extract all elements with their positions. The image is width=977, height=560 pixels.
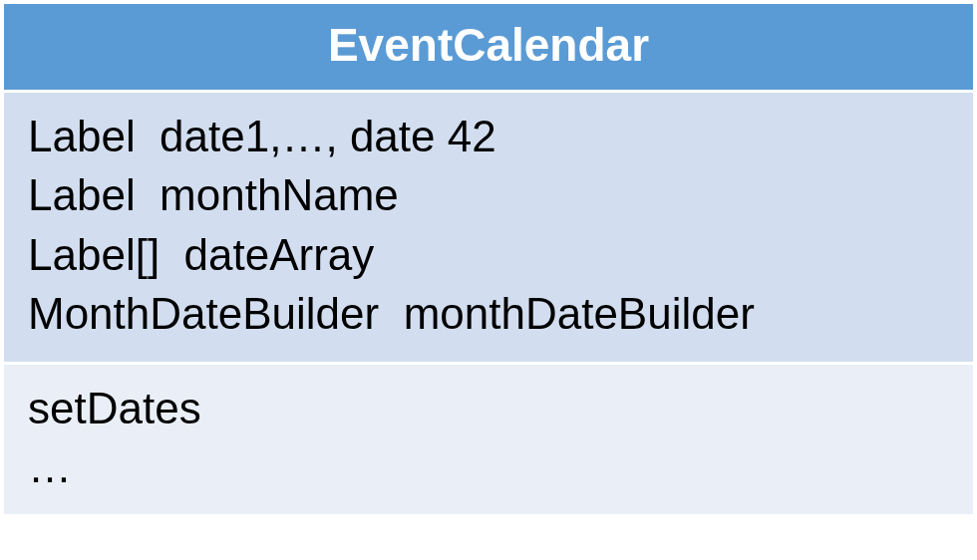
attribute-line: Label monthName <box>28 165 949 224</box>
class-attributes-section: Label date1,…, date 42 Label monthName L… <box>4 93 973 365</box>
method-line: … <box>28 437 949 496</box>
attribute-line: Label date1,…, date 42 <box>28 107 949 165</box>
uml-class-box: EventCalendar Label date1,…, date 42 Lab… <box>2 2 975 516</box>
method-line: setDates <box>28 379 949 437</box>
attribute-line: Label[] dateArray <box>28 225 949 284</box>
class-methods-section: setDates … <box>4 365 973 515</box>
attribute-line: MonthDateBuilder monthDateBuilder <box>28 284 949 343</box>
class-name-header: EventCalendar <box>4 4 973 93</box>
